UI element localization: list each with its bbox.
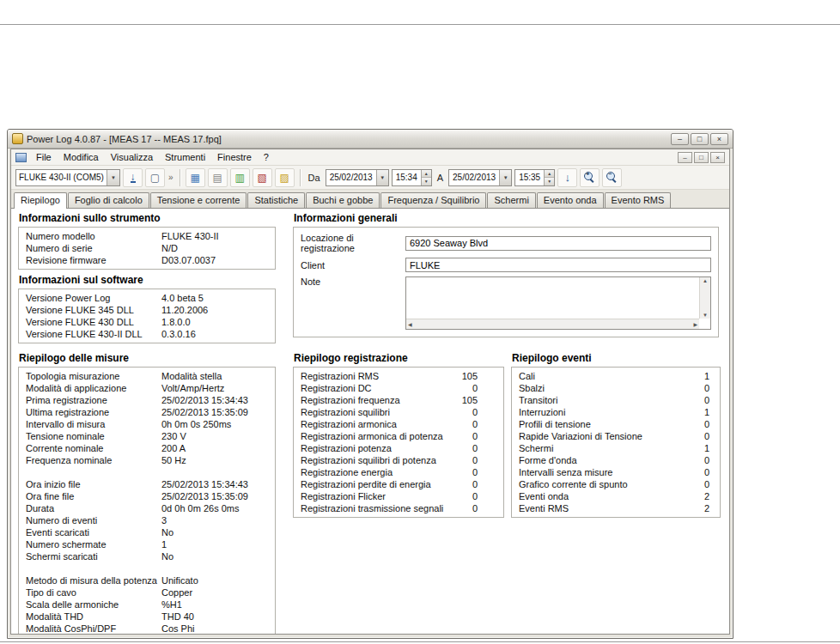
menu-item[interactable]: Finestre	[211, 150, 258, 164]
document-system-icon[interactable]	[15, 153, 27, 162]
recordings-summary-section: Riepilogo registrazione Registrazioni RM…	[293, 352, 504, 518]
mdi-minimize-button[interactable]: –	[678, 152, 692, 163]
row-value: 0h 0m 0s 250ms	[161, 419, 231, 429]
time-from-value: 15:34	[393, 173, 421, 182]
info-row: Ora inizio file 25/02/2013 15:34:43	[26, 478, 268, 490]
info-row: Registrazioni trasmissione segnali 0	[301, 502, 496, 514]
device-selector[interactable]: FLUKE 430-II (COM5) ▼	[15, 169, 120, 186]
info-row: Interruzioni 1	[519, 406, 713, 418]
tab[interactable]: Frequenza / Squilibrio	[380, 192, 486, 208]
time-from-spinner[interactable]: 15:34 ▲ ▼	[392, 169, 432, 186]
calendar-dropdown-icon[interactable]: ▼	[376, 170, 388, 185]
row-value: 11.20.2006	[161, 305, 208, 315]
scroll-down-icon[interactable]: ▼	[703, 313, 708, 318]
note-textarea[interactable]: ▲ ▼ ◀ ▶	[405, 276, 711, 330]
toolbar-overflow-icon[interactable]: »	[167, 173, 174, 182]
chevron-down-icon[interactable]: ▼	[107, 170, 119, 185]
row-value: 25/02/2013 15:34:43	[161, 479, 248, 489]
info-row: Versione FLUKE 430-II DLL 0.3.0.16	[26, 328, 268, 340]
client-input[interactable]	[405, 258, 711, 272]
row-value: 0	[472, 491, 496, 501]
view-report-button[interactable]: ▨	[275, 168, 295, 187]
row-value: 0	[472, 455, 496, 465]
date-from-picker[interactable]: 25/02/2013 ▼	[326, 169, 389, 186]
tab[interactable]: Evento RMS	[605, 192, 672, 208]
date-to-picker[interactable]: 25/02/2013 ▼	[448, 169, 512, 186]
info-row	[26, 562, 268, 574]
info-row: Scala delle armoniche %H1	[26, 598, 268, 611]
tab[interactable]: Riepilogo	[14, 192, 67, 209]
info-row: Modalità CosPhi/DPF Cos Phi	[26, 623, 268, 634]
row-value: 105	[462, 371, 496, 381]
row-label: Ora fine file	[26, 491, 161, 501]
menu-item[interactable]: File	[30, 150, 58, 164]
apply-range-button[interactable]: ↓	[557, 168, 577, 187]
menu-item[interactable]: Visualizza	[105, 150, 159, 164]
tab[interactable]: Buchi e gobbe	[306, 192, 380, 208]
menu-item[interactable]: ?	[258, 150, 275, 164]
time-to-spin-buttons[interactable]: ▲ ▼	[544, 170, 554, 185]
tab[interactable]: Foglio di calcolo	[68, 192, 149, 208]
spin-down-icon[interactable]: ▼	[545, 177, 554, 185]
view-waveform-button[interactable]: ▧	[253, 168, 272, 187]
download-from-instrument-button[interactable]: ↓	[123, 168, 143, 187]
info-row: Numero schermate 1	[26, 538, 268, 550]
date-from-label: Da	[306, 173, 323, 183]
menu-item[interactable]: Modifica	[58, 150, 105, 164]
spin-up-icon[interactable]: ▲	[422, 170, 431, 178]
info-row: Numero di eventi 3	[26, 514, 268, 526]
spin-down-icon[interactable]: ▼	[422, 177, 431, 185]
row-value: 0	[472, 479, 496, 489]
time-to-spinner[interactable]: 15:35 ▲ ▼	[514, 169, 555, 186]
date-to-value: 25/02/2013	[449, 173, 499, 182]
scroll-up-icon[interactable]: ▲	[703, 278, 708, 283]
close-button[interactable]: ×	[710, 133, 728, 145]
row-value: Copper	[161, 587, 192, 598]
vertical-scrollbar[interactable]: ▲ ▼	[699, 277, 710, 319]
zoom-in-button[interactable]: +	[580, 168, 600, 187]
info-row: Rapide Variazioni di Tensione 0	[519, 430, 713, 442]
scroll-left-icon[interactable]: ◀	[408, 321, 412, 327]
tab[interactable]: Tensione e corrente	[150, 192, 247, 208]
toolbar-separator	[180, 169, 180, 186]
maximize-button[interactable]: □	[691, 133, 709, 145]
row-label: Versione FLUKE 430 DLL	[26, 317, 161, 327]
row-label: Numero di eventi	[26, 515, 161, 526]
zoom-out-button[interactable]: −	[602, 168, 622, 187]
instrument-section: Informazioni sullo strumento Numero mode…	[18, 212, 276, 270]
view-spreadsheet-button[interactable]: ▤	[208, 168, 228, 187]
tab[interactable]: Schermi	[487, 192, 535, 208]
row-label: Modalità di applicazione	[26, 383, 161, 393]
calendar-dropdown-icon[interactable]: ▼	[499, 170, 511, 185]
new-window-button[interactable]: ▢	[145, 168, 165, 187]
info-row: Frequenza nominale 50 Hz	[26, 454, 268, 466]
row-label: Registrazioni Flicker	[301, 491, 386, 501]
info-row: Cali 1	[519, 370, 713, 382]
horizontal-scrollbar[interactable]: ◀ ▶	[406, 319, 699, 329]
title-bar[interactable]: Power Log 4.0.87 - [MEAS 17 -- MEAS 17.f…	[8, 130, 733, 149]
mdi-restore-button[interactable]: □	[694, 152, 709, 163]
app-icon	[12, 133, 23, 144]
spin-up-icon[interactable]: ▲	[545, 170, 554, 178]
row-value: 25/02/2013 15:35:09	[161, 491, 248, 501]
info-row: Ultima registrazione 25/02/2013 15:35:09	[26, 406, 268, 418]
minimize-button[interactable]: –	[671, 133, 689, 145]
row-label: Frequenza nominale	[26, 455, 161, 465]
view-summary-button[interactable]: ▦	[186, 168, 205, 187]
scroll-right-icon[interactable]: ▶	[693, 321, 697, 327]
tab[interactable]: Evento onda	[537, 192, 604, 208]
info-row: Topologia misurazione Modalità stella	[26, 370, 268, 382]
row-value: 0	[472, 503, 496, 513]
row-label: Corrente nominale	[26, 443, 161, 453]
row-value: 4.0 beta 5	[161, 293, 204, 303]
location-input[interactable]	[405, 236, 711, 251]
row-value: Volt/Amp/Hertz	[161, 383, 224, 393]
menu-item[interactable]: Strumenti	[159, 150, 211, 164]
mdi-close-button[interactable]: ×	[710, 152, 725, 163]
time-from-spin-buttons[interactable]: ▲ ▼	[421, 170, 431, 185]
info-row: Registrazioni Flicker 0	[301, 490, 496, 502]
tab[interactable]: Statistiche	[247, 192, 305, 208]
info-row: Metodo di misura della potenza Unificato	[26, 574, 268, 586]
view-chart-button[interactable]: ▥	[230, 168, 250, 187]
chart-view-icon: ▥	[234, 173, 244, 183]
